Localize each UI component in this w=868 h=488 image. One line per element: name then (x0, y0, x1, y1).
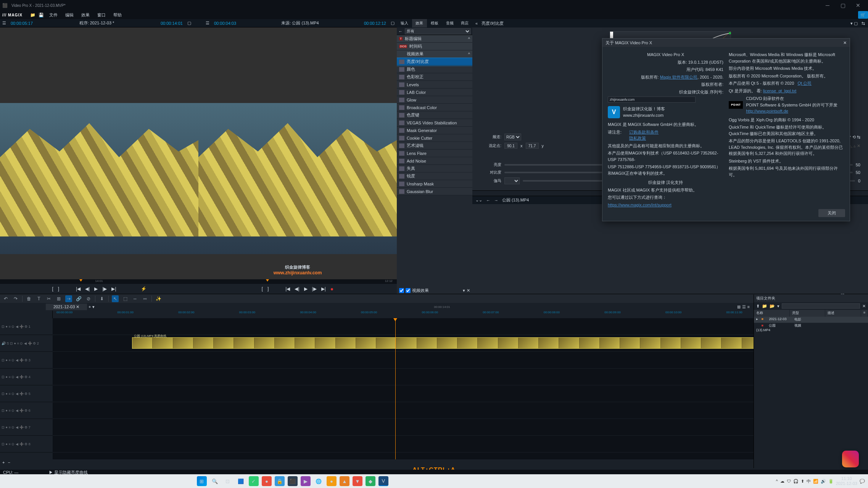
back-icon[interactable]: ← (486, 198, 490, 203)
hamburger-icon[interactable]: ☰ (206, 21, 209, 26)
menu-file[interactable]: 文件 (46, 12, 61, 18)
program-tc-in[interactable]: 00:00:05:17 (11, 21, 33, 26)
app-icon[interactable]: ● (262, 476, 272, 486)
expand-icon[interactable]: ⌄⌄ (475, 198, 482, 203)
point-link[interactable]: http://www.pointsoft.de (746, 109, 788, 113)
dialog-titlebar[interactable]: 关于 MAGIX Video Pro X ✕ (602, 39, 850, 47)
dropdown-icon[interactable]: ▾ (777, 304, 779, 309)
mark-out-icon[interactable]: ] (58, 286, 59, 292)
import-icon[interactable]: ⬆ (756, 304, 760, 309)
dialog-close-icon[interactable]: ✕ (843, 40, 847, 45)
instagram-fab-icon[interactable] (842, 451, 859, 467)
effect-item[interactable]: Gaussian Blur (397, 188, 472, 195)
app-icon[interactable]: 🔒 (275, 476, 285, 486)
program-monitor[interactable] (0, 27, 198, 279)
edge-icon[interactable]: 🌐 (314, 476, 324, 486)
app-icon[interactable]: ● (327, 476, 337, 486)
wifi-icon[interactable]: 📶 (813, 479, 818, 484)
bolt-icon[interactable]: ⚡ (141, 286, 147, 292)
program-tc-out[interactable]: 00:00:14:01 (161, 21, 183, 26)
tray-icon[interactable]: ☁ (780, 479, 784, 484)
program-close-icon[interactable]: ▢ (187, 21, 191, 26)
add-tab-icon[interactable]: + ▾ (89, 304, 94, 309)
tray-icon[interactable]: 🎧 (793, 479, 799, 484)
slip-icon[interactable]: ⇿ (142, 296, 148, 301)
track-area[interactable]: 公园 (13).MP4 亮度曲线 (53, 318, 868, 459)
effect-item[interactable]: 色彩校正 (397, 73, 472, 81)
stretch-icon[interactable]: ↔ (132, 296, 138, 301)
effect-item[interactable]: Unsharp Mask (397, 180, 472, 188)
category-select[interactable]: 所有 (405, 28, 471, 34)
app-icon[interactable]: ▶ (301, 476, 311, 486)
play-icon[interactable]: ▶ (94, 286, 98, 292)
tab-store[interactable]: 商店 (457, 19, 472, 27)
videoprox-icon[interactable]: V (378, 476, 388, 486)
magix-link[interactable]: Magix 软件有限公司 (660, 75, 697, 79)
app-icon[interactable]: ◆ (366, 476, 375, 486)
col-menu-icon[interactable]: ≡ (861, 310, 868, 317)
effect-item[interactable]: 艺术滤镜 (397, 142, 472, 150)
maximize-button[interactable]: ▢ (835, 2, 850, 8)
contrast-value[interactable]: 50 (856, 170, 860, 175)
gamma-value[interactable]: 0 (858, 179, 860, 183)
ripple-icon[interactable]: ⇢ (65, 295, 72, 302)
terms-link[interactable]: 订购条款和条件 (629, 130, 659, 134)
folder-icon[interactable]: 📁 (762, 304, 767, 309)
view-compact-icon[interactable]: ≡ (747, 304, 750, 309)
tab-templates[interactable]: 模板 (427, 19, 442, 27)
close-icon[interactable]: ✕ (467, 288, 470, 293)
source-monitor[interactable]: 织金旋律博客 www.zhijinxuanlv.com (198, 27, 397, 279)
clock[interactable]: 11:102021-12-03 (836, 476, 857, 486)
undo-icon[interactable]: ↶ (2, 296, 9, 301)
effect-list[interactable]: T标题编辑^ DOS时间码 视频效果^ 亮度/对比度 颜色 色彩校正 Level… (397, 35, 472, 287)
media-row[interactable]: ■ 公园 (13).MP4 视频 (754, 323, 868, 329)
effect-brightness-contrast[interactable]: 亮度/对比度 (397, 58, 472, 66)
serial-input[interactable] (608, 97, 696, 103)
effect-item[interactable]: VEGAS Video Stabilization (397, 119, 472, 127)
store-button[interactable]: 🛒 (858, 11, 868, 19)
effect-item[interactable]: Add Noise (397, 157, 472, 165)
battery-icon[interactable]: 🔋 (828, 479, 834, 484)
view-list-icon[interactable]: ☰ (742, 304, 746, 309)
timeline-ruler[interactable]: 00:00:00:0000:00:01:0000:00:02:00 00:00:… (0, 311, 868, 318)
go-start-icon[interactable]: |◀ (76, 286, 81, 292)
menu-help[interactable]: 帮助 (110, 12, 125, 18)
gamma-select[interactable] (504, 177, 520, 184)
hamburger-icon[interactable]: ☰ (2, 21, 6, 26)
effect-item[interactable]: LAB Color (397, 89, 472, 96)
app-icon[interactable]: ✓ (249, 476, 259, 486)
col-type[interactable]: 类型 (790, 310, 826, 317)
app-icon[interactable]: ▼ (353, 476, 362, 486)
effect-item[interactable]: 锐度 (397, 172, 472, 180)
mark-in-icon[interactable]: [ (52, 286, 53, 292)
sequence-tab[interactable]: 2021-12-03 ✕ (46, 304, 87, 310)
taskview-icon[interactable]: ⊡ (223, 476, 233, 486)
compare-icon[interactable]: ⇆ (862, 21, 865, 26)
cut-icon[interactable]: ✂ (45, 296, 52, 301)
notifications-icon[interactable]: 💬 (860, 479, 865, 484)
fx-icon[interactable]: ✨ (155, 296, 162, 301)
menu-edit[interactable]: 编辑 (62, 12, 77, 18)
effect-item[interactable]: Broadcast Color (397, 104, 472, 111)
collapse-icon[interactable]: ^ (468, 52, 470, 56)
effect-item[interactable]: Levels (397, 81, 472, 89)
media-search[interactable] (782, 303, 860, 309)
track-header[interactable]: ⊡ ● ≡ ⊙ ◀➕ ⚙ 6 (0, 402, 53, 419)
brightness-value[interactable]: 50 (856, 163, 860, 167)
tray-icon[interactable]: 🛡 (787, 479, 791, 483)
go-start-icon[interactable]: |◀ (285, 286, 290, 292)
mark-in-icon[interactable]: [ (262, 286, 263, 292)
new-folder-icon[interactable]: 📂 (770, 304, 775, 309)
marker-icon[interactable]: ⬇ (98, 296, 105, 301)
group-icon[interactable]: ⊞ (55, 296, 62, 301)
col-name[interactable]: 名称 (754, 310, 790, 317)
trash-icon[interactable]: 🗑 (26, 296, 32, 301)
effect-item[interactable]: Lens Flare (397, 150, 472, 157)
view-grid-icon[interactable]: ⊞ (737, 304, 741, 309)
back-icon[interactable]: ← (398, 29, 403, 34)
app-icon[interactable]: ⬛ (288, 476, 298, 486)
select-icon[interactable]: ⬚ (122, 296, 129, 301)
source-ruler[interactable]: 12:12 (198, 279, 397, 284)
app-icon[interactable]: ▲ (340, 476, 349, 486)
menu-window[interactable]: 窗口 (94, 12, 109, 18)
